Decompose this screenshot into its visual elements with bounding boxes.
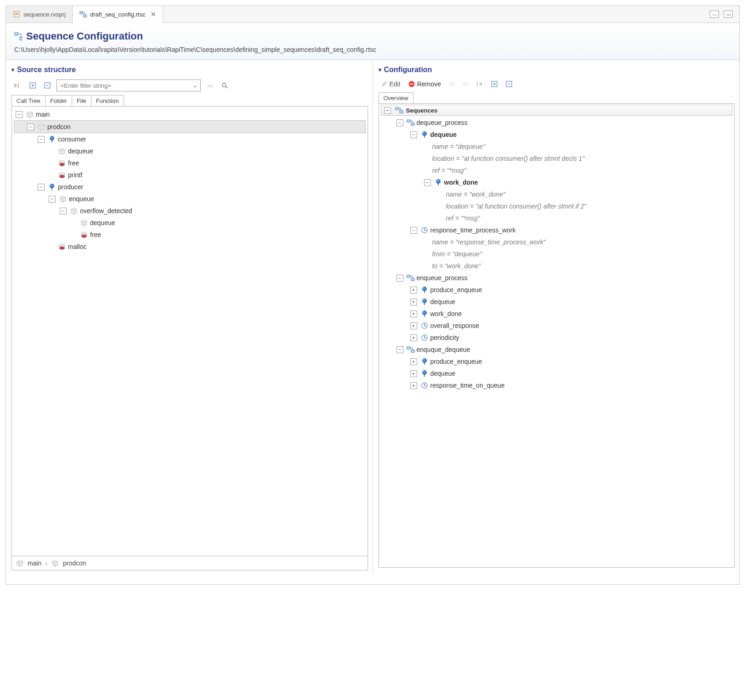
edit-button[interactable]: Edit bbox=[379, 79, 402, 89]
collapse-toggle[interactable]: − bbox=[384, 107, 391, 114]
collapse-toggle[interactable]: − bbox=[60, 208, 67, 215]
remove-button[interactable]: Remove bbox=[406, 79, 443, 89]
tab-draft-seq-config[interactable]: draft_seq_config.rtsc ✕ bbox=[73, 6, 164, 23]
collapse-toggle[interactable]: − bbox=[396, 346, 403, 353]
config-property: name = "response_time_process_work" bbox=[380, 236, 734, 248]
expand-toggle[interactable]: + bbox=[410, 287, 417, 294]
tree-node[interactable]: −consumer bbox=[14, 133, 366, 145]
collapse-toggle[interactable]: − bbox=[49, 196, 56, 203]
subtab-call-tree[interactable]: Call Tree bbox=[12, 96, 45, 106]
expand-toggle[interactable]: + bbox=[410, 382, 417, 389]
breadcrumb-item[interactable]: main bbox=[28, 559, 41, 567]
tree-node-label: consumer bbox=[58, 135, 86, 143]
tab-label: sequence.rvsprj bbox=[23, 11, 66, 18]
svg-point-11 bbox=[50, 136, 54, 141]
collapse-toggle[interactable]: − bbox=[424, 179, 431, 186]
tree-node[interactable]: malloc bbox=[14, 241, 366, 253]
goto-button[interactable] bbox=[11, 81, 23, 90]
collapse-all-button[interactable] bbox=[42, 81, 53, 90]
config-node[interactable]: +overall_response bbox=[380, 320, 734, 332]
tree-node-label: overflow_detected bbox=[80, 207, 132, 215]
config-node[interactable]: +work_done bbox=[380, 308, 734, 320]
source-tree[interactable]: −main−prodcon−consumerdequeuefreeprintf−… bbox=[11, 106, 368, 556]
config-node-label: work_done bbox=[444, 179, 478, 186]
collapse-all-button[interactable] bbox=[504, 79, 515, 89]
tree-node[interactable]: free bbox=[14, 157, 366, 169]
sequences-root-label: Sequences bbox=[406, 107, 438, 114]
tree-node[interactable]: −overflow_detected bbox=[14, 205, 366, 217]
config-property: location = "at function consumer() after… bbox=[380, 152, 734, 164]
subtab-overview[interactable]: Overview bbox=[379, 93, 413, 103]
move-down-button[interactable] bbox=[460, 80, 470, 88]
tree-node[interactable]: −main bbox=[14, 108, 366, 120]
tree-node[interactable]: printf bbox=[14, 169, 366, 181]
subtab-file[interactable]: File bbox=[72, 96, 91, 106]
config-node[interactable]: +periodicity bbox=[380, 332, 734, 344]
svg-point-37 bbox=[422, 299, 426, 303]
minimize-button[interactable]: — bbox=[710, 11, 719, 18]
expand-toggle[interactable]: + bbox=[410, 310, 417, 317]
search-button[interactable] bbox=[219, 81, 230, 90]
subtab-function[interactable]: Function bbox=[91, 96, 124, 106]
filter-text-input[interactable] bbox=[60, 82, 193, 90]
collapse-toggle[interactable]: − bbox=[27, 124, 34, 130]
config-node[interactable]: +dequeue bbox=[380, 367, 734, 379]
breadcrumb-item[interactable]: prodcon bbox=[63, 559, 86, 567]
config-node[interactable]: −response_time_process_work bbox=[380, 224, 734, 236]
tab-sequence-rvsprj[interactable]: sequence.rvsprj bbox=[6, 6, 73, 23]
source-structure-header[interactable]: ▾ Source structure bbox=[11, 63, 368, 78]
config-property: name = "work_done" bbox=[380, 188, 734, 200]
tree-node[interactable]: free bbox=[14, 229, 366, 241]
config-node[interactable]: −work_done bbox=[380, 176, 734, 188]
box-red-icon bbox=[58, 159, 66, 167]
expand-toggle[interactable]: + bbox=[410, 370, 417, 377]
tree-node[interactable]: −enqueue bbox=[14, 193, 366, 205]
collapse-toggle[interactable]: − bbox=[38, 136, 45, 143]
expand-all-button[interactable] bbox=[489, 79, 500, 89]
sequences-root[interactable]: −Sequences bbox=[381, 105, 733, 116]
tree-leaf-marker bbox=[49, 172, 55, 178]
config-node[interactable]: −dequeue bbox=[380, 129, 734, 141]
config-tree[interactable]: −Sequences−dequeue_process−dequeuename =… bbox=[379, 103, 735, 568]
move-up-button[interactable] bbox=[447, 80, 457, 88]
expand-toggle[interactable]: + bbox=[410, 322, 417, 329]
subtab-folder[interactable]: Folder bbox=[45, 96, 72, 106]
tree-node-label: free bbox=[68, 159, 79, 167]
collapse-toggle[interactable]: − bbox=[410, 131, 417, 138]
pin-icon bbox=[48, 135, 56, 143]
collapse-toggle[interactable]: − bbox=[410, 227, 417, 234]
tree-node[interactable]: −producer bbox=[14, 181, 366, 193]
box-red-icon bbox=[58, 243, 66, 251]
collapse-toggle[interactable]: − bbox=[38, 184, 45, 191]
tree-node[interactable]: −prodcon bbox=[14, 120, 366, 133]
svg-point-12 bbox=[51, 137, 52, 138]
config-node[interactable]: −enquque_dequeue bbox=[380, 344, 734, 356]
sequence-config-icon bbox=[79, 10, 87, 18]
config-node[interactable]: +produce_enqueue bbox=[380, 284, 734, 296]
clock-icon bbox=[420, 333, 429, 342]
collapse-toggle[interactable]: − bbox=[16, 111, 23, 118]
config-node-label: periodicity bbox=[430, 334, 459, 341]
maximize-button[interactable]: ▭ bbox=[724, 11, 733, 18]
expand-toggle[interactable]: + bbox=[410, 358, 417, 365]
expand-all-button[interactable] bbox=[27, 81, 38, 90]
chevron-down-icon[interactable]: ⌄ bbox=[193, 82, 198, 89]
config-node[interactable]: +response_time_on_queue bbox=[380, 379, 734, 391]
expand-toggle[interactable]: + bbox=[410, 299, 417, 305]
config-node-label: produce_enqueue bbox=[430, 286, 482, 294]
tree-node[interactable]: dequeue bbox=[14, 217, 366, 229]
configuration-header[interactable]: ▾ Configuration bbox=[379, 63, 735, 78]
go-to-start-button[interactable] bbox=[474, 80, 485, 88]
config-node[interactable]: −dequeue_process bbox=[380, 117, 734, 129]
config-node[interactable]: −enqueue_process bbox=[380, 272, 734, 284]
config-node[interactable]: +produce_enqueue bbox=[380, 356, 734, 367]
config-property: ref = "*msg" bbox=[380, 212, 734, 224]
collapse-toggle[interactable]: − bbox=[396, 275, 403, 282]
config-node[interactable]: +dequeue bbox=[380, 296, 734, 308]
clear-filter-button[interactable] bbox=[204, 81, 215, 90]
tree-node[interactable]: dequeue bbox=[14, 145, 366, 157]
expand-toggle[interactable]: + bbox=[410, 334, 417, 341]
collapse-toggle[interactable]: − bbox=[396, 119, 403, 126]
filter-input[interactable]: ⌄ bbox=[57, 79, 201, 91]
close-icon[interactable]: ✕ bbox=[151, 11, 156, 17]
